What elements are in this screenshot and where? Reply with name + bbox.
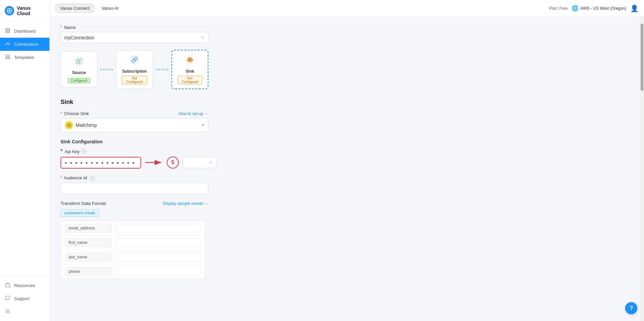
- pipeline-step-subscription[interactable]: 🔗 Subscription Not Configured: [116, 50, 153, 89]
- api-key-section: * Api Key i: [61, 148, 629, 169]
- name-input[interactable]: [64, 35, 200, 40]
- table-row: last_name: [61, 250, 205, 264]
- svg-rect-5: [8, 31, 10, 33]
- transform-tag[interactable]: customers.create: [61, 209, 99, 217]
- svg-text:🔗: 🔗: [131, 57, 138, 63]
- sidebar-label-support: Support: [14, 296, 30, 301]
- svg-point-1: [8, 10, 10, 12]
- resources-icon: [5, 282, 11, 289]
- selected-sink-label: Mailchimp: [76, 122, 97, 128]
- api-key-clear-container: ✕: [183, 157, 216, 168]
- transform-val-email[interactable]: [116, 224, 201, 233]
- transform-val-first-name[interactable]: [116, 238, 201, 247]
- sidebar-label-connections: Connections: [14, 42, 38, 47]
- sidebar-item-connections[interactable]: Connections: [0, 38, 49, 51]
- sink-badge: Not Configured: [177, 76, 202, 84]
- name-input-container: ✕: [61, 32, 208, 43]
- sidebar-item-support[interactable]: Support: [0, 292, 49, 305]
- sidebar-label-dashboard: Dashboard: [14, 29, 36, 34]
- topbar: Vanus Connect Vanus AI Plan: Free 🌐 AWS …: [50, 0, 644, 17]
- region-selector[interactable]: 🌐 AWS - US West (Oregon): [572, 5, 626, 11]
- menu-icon: [5, 309, 11, 315]
- svg-rect-4: [6, 31, 7, 33]
- mailchimp-icon: 🐵: [65, 121, 73, 129]
- how-to-setup-link[interactable]: How to set up →: [178, 111, 208, 116]
- transform-label: Transform Data Format: [61, 201, 106, 206]
- audience-id-label: * Audience Id i: [61, 175, 629, 181]
- svg-rect-2: [6, 29, 7, 30]
- sink-config-label: Sink Configuration: [61, 139, 629, 144]
- sidebar-nav: Dashboard Connections Templates: [0, 22, 49, 276]
- sidebar-item-menu[interactable]: [0, 305, 49, 318]
- subscription-badge: Not Configured: [122, 76, 147, 84]
- sidebar-label-templates: Templates: [14, 55, 34, 60]
- scroll-track[interactable]: [640, 17, 644, 321]
- sidebar-item-resources[interactable]: Resources: [0, 279, 49, 292]
- content: * Name ✕ 🛒 Sou: [50, 17, 644, 321]
- api-key-label-row: * Api Key i: [61, 148, 629, 154]
- api-key-input[interactable]: [61, 157, 141, 169]
- sidebar-label-resources: Resources: [14, 283, 35, 288]
- step-annotation: 5: [145, 156, 179, 169]
- scroll-thumb[interactable]: [641, 24, 643, 91]
- svg-text:🐵: 🐵: [187, 57, 193, 63]
- source-icon: 🛒: [66, 56, 92, 69]
- table-row: phone: [61, 264, 205, 279]
- api-key-clear-btn[interactable]: ✕: [209, 160, 213, 165]
- main-area: Vanus Connect Vanus AI Plan: Free 🌐 AWS …: [50, 0, 644, 321]
- transform-section: Transform Data Format Display sample eve…: [61, 201, 629, 279]
- sink-name: Sink: [177, 69, 202, 74]
- svg-rect-7: [6, 57, 7, 59]
- transform-label-row: Transform Data Format Display sample eve…: [61, 201, 208, 206]
- chevron-down-icon: ▾: [202, 123, 204, 128]
- audience-id-info-icon[interactable]: i: [90, 176, 95, 181]
- transform-val-phone[interactable]: [116, 267, 201, 276]
- help-button[interactable]: ?: [625, 302, 637, 314]
- pipeline-step-source[interactable]: 🛒 Source Configured: [61, 51, 97, 87]
- subscription-icon: 🔗: [122, 55, 147, 68]
- scrollable-content: * Name ✕ 🛒 Sou: [50, 17, 640, 321]
- sidebar-item-templates[interactable]: Templates: [0, 51, 49, 64]
- svg-rect-6: [6, 55, 10, 57]
- choose-sink-row: * Choose Sink How to set up →: [61, 111, 208, 116]
- svg-text:🛒: 🛒: [76, 58, 82, 64]
- connections-icon: [5, 41, 11, 47]
- name-label: * Name: [61, 25, 629, 30]
- api-key-label: Api Key: [65, 149, 80, 154]
- sidebar-item-dashboard[interactable]: Dashboard: [0, 25, 49, 38]
- source-badge: Configured: [68, 78, 90, 83]
- vanus-connect-btn[interactable]: Vanus Connect: [55, 4, 95, 13]
- sink-section: Sink * Choose Sink How to set up → 🐵 Mai…: [61, 99, 629, 279]
- display-sample-link[interactable]: Display sample events →: [163, 201, 208, 206]
- choose-sink-label: * Choose Sink: [61, 111, 89, 116]
- pipeline-dots-2: [153, 69, 171, 70]
- api-key-info-icon[interactable]: i: [82, 149, 86, 154]
- pipeline: 🛒 Source Configured 🔗: [61, 50, 208, 89]
- transform-val-last-name[interactable]: [116, 253, 201, 261]
- logo: Vanus Cloud: [0, 0, 49, 22]
- globe-icon: 🌐: [572, 5, 578, 11]
- name-clear-btn[interactable]: ✕: [200, 34, 205, 41]
- user-icon[interactable]: 👤: [630, 4, 639, 12]
- plan-label: Plan: Free: [549, 6, 568, 11]
- step-number: 5: [167, 156, 179, 169]
- transform-key-email: email_address: [65, 224, 112, 233]
- audience-id-input[interactable]: [61, 183, 208, 194]
- support-icon: [5, 295, 11, 302]
- table-row: first_name: [61, 236, 205, 250]
- svg-rect-8: [8, 57, 10, 59]
- region-label: AWS - US West (Oregon): [580, 6, 626, 11]
- dashboard-icon: [5, 28, 11, 34]
- sidebar: Vanus Cloud Dashboard Connections Templa…: [0, 0, 50, 321]
- arrow-icon: [145, 157, 165, 168]
- pipeline-dots-1: [97, 69, 116, 70]
- logo-text: Vanus Cloud: [17, 5, 45, 16]
- source-name: Source: [66, 70, 92, 75]
- table-row: email_address: [61, 221, 205, 236]
- sink-selector[interactable]: 🐵 Mailchimp ▾: [61, 118, 208, 132]
- transform-key-first-name: first_name: [65, 238, 112, 247]
- transform-key-phone: phone: [65, 267, 112, 276]
- vanus-ai-link[interactable]: Vanus AI: [99, 4, 121, 12]
- sink-title: Sink: [61, 99, 629, 106]
- pipeline-step-sink[interactable]: 🐵 Sink Not Configured: [171, 50, 208, 89]
